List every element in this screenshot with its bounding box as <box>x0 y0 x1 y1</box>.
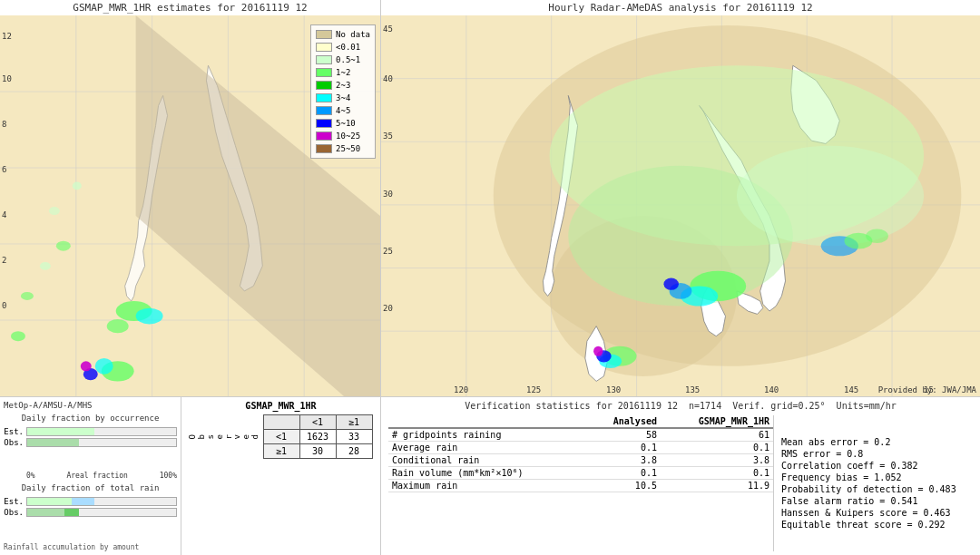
legend-label-25: 25~50 <box>336 142 360 155</box>
legend-label-5: 5~10 <box>336 117 356 130</box>
svg-point-58 <box>593 346 603 356</box>
legend-swatch-5 <box>316 119 332 128</box>
svg-point-28 <box>56 241 71 251</box>
svg-point-61 <box>866 229 888 242</box>
y-tick-2: 2 <box>2 256 6 265</box>
legend-label-nodata: No data <box>336 28 370 41</box>
stat-ets: Equitable threat score = 0.292 <box>781 520 973 530</box>
stats-analysed-4: 10.5 <box>587 480 661 492</box>
svg-point-23 <box>107 319 129 333</box>
legend-swatch-1 <box>316 68 332 77</box>
r-x-tick-120: 120 <box>454 385 468 394</box>
left-map-title: GSMAP_MWR_1HR estimates for 20161119 12 <box>0 0 380 15</box>
y-tick-6: 6 <box>2 165 6 174</box>
stats-row-1: Average rain 0.1 0.1 <box>388 442 773 454</box>
legend-item-25: 25~50 <box>316 142 370 155</box>
bottom-panel: MetOp-A/AMSU-A/MHS Daily fraction by occ… <box>0 396 980 555</box>
stats-analysed-0: 58 <box>587 428 661 442</box>
y-tick-0: 0 <box>2 301 6 310</box>
provided-by-label: Provided by: JWA/JMA <box>878 385 976 394</box>
legend-swatch-10 <box>316 131 332 141</box>
r-y-tick-30: 30 <box>383 190 393 199</box>
stats-label-4: Maximum rain <box>388 480 587 492</box>
svg-point-54 <box>663 278 679 290</box>
legend-swatch-05 <box>316 55 332 64</box>
legend-swatch-2 <box>316 81 332 90</box>
r-x-tick-125: 125 <box>526 385 541 394</box>
chart2-est-track <box>26 497 177 506</box>
r-y-tick-25: 25 <box>383 247 393 256</box>
left-map-panel: GSMAP_MWR_1HR estimates for 20161119 12 <box>0 0 381 396</box>
chart1-est-fill <box>27 428 94 435</box>
chart1-title: Daily fraction by occurrence <box>4 414 177 423</box>
chart1-est-row: Est. <box>4 427 177 436</box>
stats-row-3: Rain volume (mm*km²×10⁶) 0.1 0.1 <box>388 467 773 480</box>
y-tick-10: 10 <box>2 74 12 83</box>
stats-gsmap-4: 11.9 <box>661 480 773 492</box>
chart1-obs-track <box>26 438 177 447</box>
contingency-title: GSMAP_MWR_1HR <box>245 401 316 411</box>
contingency-col-lt1: <1 <box>299 415 336 430</box>
legend-label-2: 2~3 <box>336 79 350 92</box>
stats-inner: Analysed GSMAP_MWR_1HR # gridpoints rain… <box>388 415 973 551</box>
legend-swatch-001 <box>316 43 332 52</box>
svg-point-33 <box>49 207 60 215</box>
legend-item-4: 4~5 <box>316 104 370 117</box>
chart2-obs-label: Obs. <box>4 508 24 517</box>
stats-analysed-1: 0.1 <box>587 442 661 454</box>
legend-swatch-3 <box>316 93 332 102</box>
contingency-table: <1 ≥1 <1 1623 33 ≥1 30 28 <box>263 414 373 459</box>
contingency-row-label-lt1: <1 <box>263 430 299 444</box>
stats-col-header-label <box>388 415 587 428</box>
obs-vertical-label: Observed <box>189 434 260 439</box>
stats-table: Analysed GSMAP_MWR_1HR # gridpoints rain… <box>388 415 773 492</box>
y-tick-4: 4 <box>2 210 6 219</box>
contingency-val-ge1-ge1: 28 <box>336 444 372 459</box>
svg-point-30 <box>21 292 34 300</box>
chart1-axis-right: 100% <box>160 472 177 480</box>
right-map-title: Hourly Radar-AMeDAS analysis for 2016111… <box>381 0 980 15</box>
stats-date: 20161119 12 <box>618 401 678 411</box>
contingency-row-lt1: <1 1623 33 <box>263 430 372 444</box>
stat-rms: RMS error = 0.8 <box>781 449 973 459</box>
stats-title-prefix: Verification statistics for <box>465 401 612 411</box>
stats-n: n=1714 <box>689 401 721 411</box>
legend-label-001: <0.01 <box>336 41 360 54</box>
chart2-est-fill <box>27 498 72 505</box>
chart2-obs-row: Obs. <box>4 508 177 517</box>
contingency-empty-header <box>263 415 299 430</box>
stat-hk: Hanssen & Kuipers score = 0.463 <box>781 508 973 518</box>
stat-corr: Correlation coeff = 0.382 <box>781 461 973 471</box>
stats-title: Verification statistics for 20161119 12 … <box>388 401 973 411</box>
stats-col-header-gsmap: GSMAP_MWR_1HR <box>661 415 773 428</box>
chart2-obs-fill <box>27 509 64 516</box>
legend-item-10: 10~25 <box>316 130 370 142</box>
stats-col-header-analysed: Analysed <box>587 415 661 428</box>
chart1-obs-label: Obs. <box>4 438 24 447</box>
stat-far: False alarm ratio = 0.541 <box>781 496 973 506</box>
r-y-tick-45: 45 <box>383 24 393 34</box>
legend-item-2: 2~3 <box>316 79 370 92</box>
stats-table-section: Analysed GSMAP_MWR_1HR # gridpoints rain… <box>388 415 773 551</box>
stat-mean-abs: Mean abs error = 0.2 <box>781 437 973 447</box>
right-map-panel: Hourly Radar-AMeDAS analysis for 2016111… <box>381 0 980 396</box>
legend-label-3: 3~4 <box>336 92 350 104</box>
chart1-axis-left: 0% <box>26 472 35 480</box>
legend-item-3: 3~4 <box>316 92 370 104</box>
chart2-est-row: Est. <box>4 497 177 506</box>
stats-row-4: Maximum rain 10.5 11.9 <box>388 480 773 492</box>
legend-label-4: 4~5 <box>336 104 350 117</box>
stats-row-2: Conditional rain 3.8 3.8 <box>388 454 773 467</box>
svg-point-32 <box>73 181 82 190</box>
chart2-obs-track <box>26 508 177 517</box>
r-y-tick-35: 35 <box>383 131 393 141</box>
stats-gsmap-1: 0.1 <box>661 442 773 454</box>
stats-label-2: Conditional rain <box>388 454 587 467</box>
chart1-axis-mid: Areal fraction <box>66 472 127 480</box>
y-tick-8: 8 <box>2 120 6 129</box>
contingency-val-lt1-ge1: 33 <box>336 430 372 444</box>
chart1-axis: 0% Areal fraction 100% <box>4 472 177 480</box>
legend-item-1: 1~2 <box>316 66 370 79</box>
stats-row-0: # gridpoints raining 58 61 <box>388 428 773 442</box>
legend-label-05: 0.5~1 <box>336 54 360 66</box>
